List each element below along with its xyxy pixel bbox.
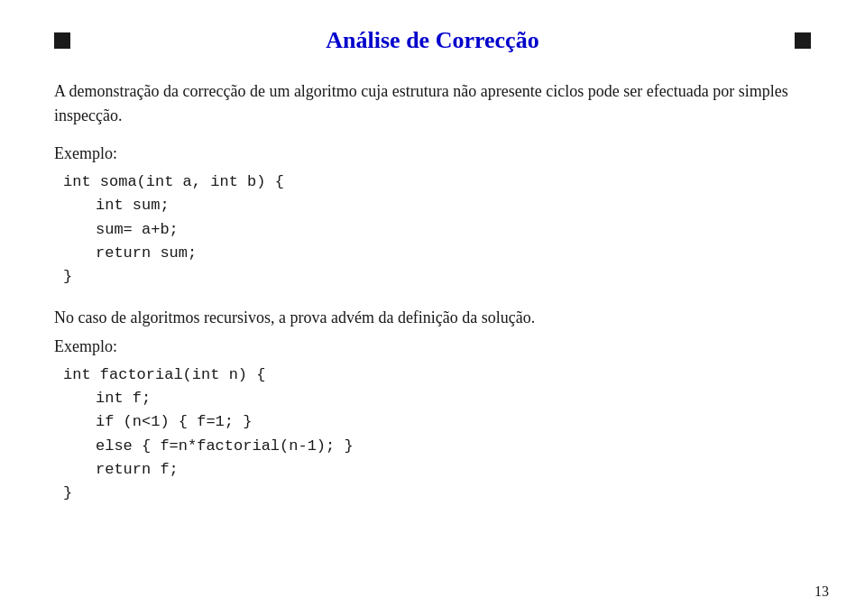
code2-line-4: else { f=n*factorial(n-1); } (96, 435, 811, 458)
page: Análise de Correcção A demonstração da c… (0, 0, 865, 616)
page-number: 13 (814, 584, 829, 600)
code-line-1: int soma(int a, int b) { (63, 170, 811, 194)
code2-line-2: int f; (96, 387, 811, 410)
exemplo2-label: Exemplo: (54, 337, 811, 356)
code-line-5: } (63, 265, 811, 289)
code-line-3: sum= a+b; (96, 218, 811, 242)
code-line-2: int sum; (96, 194, 811, 217)
code2-line-3: if (n<1) { f=1; } (96, 410, 811, 434)
code2-line-5: return f; (96, 458, 811, 482)
intro-paragraph: A demonstração da correcção de um algori… (54, 79, 811, 128)
middle-paragraph: No caso de algoritmos recursivos, a prov… (54, 306, 811, 330)
code-block-1: int soma(int a, int b) { int sum; sum= a… (63, 170, 811, 290)
page-title: Análise de Correcção (326, 27, 538, 54)
code-block-2: int factorial(int n) { int f; if (n<1) {… (63, 363, 811, 506)
title-square-right (795, 32, 811, 49)
title-square-left (54, 32, 70, 49)
title-bar: Análise de Correcção (54, 27, 811, 54)
code2-line-1: int factorial(int n) { (63, 363, 811, 387)
exemplo1-label: Exemplo: (54, 144, 811, 163)
code2-line-6: } (63, 482, 811, 505)
code-line-4: return sum; (96, 242, 811, 265)
